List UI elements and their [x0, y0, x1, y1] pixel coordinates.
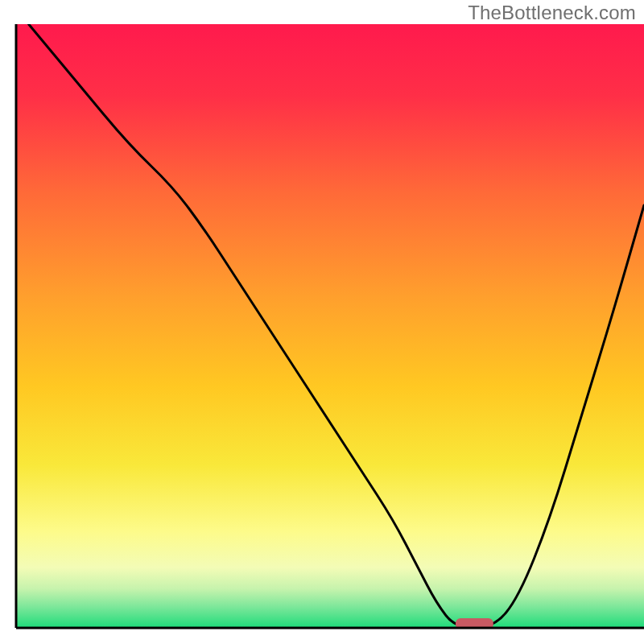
watermark-text: TheBottleneck.com — [468, 2, 636, 24]
gradient-background — [16, 24, 644, 628]
chart-stage: TheBottleneck.com — [0, 0, 644, 644]
bottleneck-chart — [0, 0, 644, 644]
